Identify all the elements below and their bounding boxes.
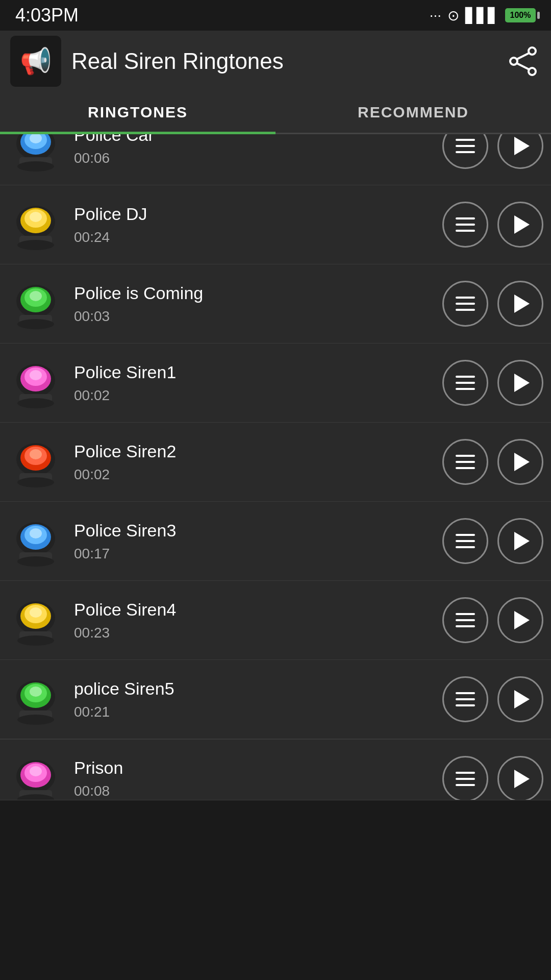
- svg-line-4: [517, 63, 529, 69]
- menu-button[interactable]: [442, 756, 488, 801]
- share-button[interactable]: [505, 43, 541, 79]
- item-duration: 00:17: [74, 546, 432, 562]
- play-icon: [514, 453, 530, 471]
- play-button[interactable]: [497, 756, 543, 801]
- siren-icon: [10, 134, 61, 177]
- siren-icon: [10, 273, 61, 334]
- menu-icon: [456, 217, 475, 232]
- svg-point-56: [30, 766, 42, 776]
- svg-point-22: [17, 319, 54, 329]
- menu-icon: [456, 376, 475, 390]
- play-button[interactable]: [497, 281, 543, 327]
- svg-point-0: [529, 47, 536, 55]
- list-item[interactable]: Police DJ 00:24: [0, 185, 551, 264]
- play-icon: [514, 611, 530, 629]
- play-icon: [514, 374, 530, 392]
- signal-icon: ▋▋▋: [465, 7, 499, 24]
- svg-point-40: [17, 556, 54, 567]
- siren-icon: [10, 510, 61, 572]
- svg-point-38: [30, 528, 42, 538]
- menu-icon: [456, 534, 475, 548]
- tab-recommend[interactable]: RECOMMEND: [276, 92, 551, 133]
- item-duration: 00:03: [74, 308, 432, 325]
- app-title: Real Siren Ringtones: [71, 48, 495, 74]
- list-item[interactable]: Police Siren2 00:02: [0, 423, 551, 502]
- item-name: Police Siren4: [74, 600, 432, 620]
- logo-emoji: 📢: [20, 46, 52, 76]
- play-button[interactable]: [497, 134, 543, 169]
- list-item[interactable]: Police Siren4 00:23: [0, 581, 551, 660]
- item-name: Police Car: [74, 134, 432, 145]
- menu-button[interactable]: [442, 439, 488, 485]
- play-icon: [514, 532, 530, 550]
- svg-point-20: [30, 291, 42, 301]
- item-name: police Siren5: [74, 679, 432, 699]
- list-item[interactable]: police Siren5 00:21: [0, 660, 551, 739]
- svg-point-2: [529, 68, 536, 75]
- list-item[interactable]: Police Car 00:06: [0, 134, 551, 185]
- tab-ringtones[interactable]: RINGTONES: [0, 92, 276, 133]
- siren-icon: [10, 194, 61, 255]
- play-button[interactable]: [497, 202, 543, 248]
- svg-point-50: [30, 687, 42, 697]
- app-logo: 📢: [10, 36, 61, 87]
- item-actions: [442, 134, 543, 169]
- item-info: Police DJ 00:24: [74, 204, 432, 246]
- play-icon: [514, 295, 530, 313]
- item-actions: [442, 439, 543, 485]
- list-item[interactable]: Prison 00:08: [0, 739, 551, 800]
- item-thumbnail: [8, 271, 64, 337]
- menu-icon: [456, 455, 475, 469]
- play-button[interactable]: [497, 518, 543, 564]
- menu-icon: [456, 613, 475, 627]
- item-actions: [442, 281, 543, 327]
- list-item[interactable]: Police Siren3 00:17: [0, 502, 551, 581]
- menu-button[interactable]: [442, 134, 488, 169]
- list-item[interactable]: Police Siren1 00:02: [0, 344, 551, 423]
- svg-point-52: [17, 715, 54, 725]
- share-icon: [508, 46, 538, 77]
- svg-point-10: [17, 161, 54, 172]
- play-icon: [514, 215, 530, 234]
- item-thumbnail: [8, 508, 64, 574]
- item-thumbnail: [8, 429, 64, 495]
- item-actions: [442, 597, 543, 643]
- item-info: Police Siren4 00:23: [74, 600, 432, 641]
- siren-icon: [10, 748, 61, 801]
- item-thumbnail: [8, 746, 64, 801]
- play-button[interactable]: [497, 439, 543, 485]
- menu-button[interactable]: [442, 202, 488, 248]
- item-info: Police Car 00:06: [74, 134, 432, 166]
- menu-button[interactable]: [442, 518, 488, 564]
- item-thumbnail: [8, 191, 64, 258]
- list-item[interactable]: Police is Coming 00:03: [0, 264, 551, 344]
- play-icon: [514, 137, 530, 155]
- siren-icon: [10, 352, 61, 413]
- play-button[interactable]: [497, 597, 543, 643]
- svg-point-26: [30, 370, 42, 380]
- menu-button[interactable]: [442, 597, 488, 643]
- svg-point-28: [17, 398, 54, 408]
- item-duration: 00:24: [74, 229, 432, 246]
- menu-button[interactable]: [442, 676, 488, 722]
- siren-icon: [10, 669, 61, 730]
- item-thumbnail: [8, 587, 64, 653]
- item-name: Police Siren3: [74, 521, 432, 541]
- menu-button[interactable]: [442, 281, 488, 327]
- status-time: 4:03PM: [15, 5, 79, 26]
- play-button[interactable]: [497, 676, 543, 722]
- app-header: 📢 Real Siren Ringtones: [0, 31, 551, 92]
- menu-icon: [456, 297, 475, 311]
- menu-button[interactable]: [442, 360, 488, 406]
- item-name: Police is Coming: [74, 283, 432, 303]
- item-duration: 00:06: [74, 150, 432, 166]
- item-name: Police Siren2: [74, 442, 432, 461]
- play-icon: [514, 770, 530, 788]
- siren-icon: [10, 590, 61, 651]
- item-duration: 00:02: [74, 387, 432, 404]
- ringtone-list: Police Car 00:06: [0, 134, 551, 800]
- item-duration: 00:08: [74, 783, 432, 799]
- item-thumbnail: [8, 666, 64, 732]
- svg-point-46: [17, 635, 54, 646]
- play-button[interactable]: [497, 360, 543, 406]
